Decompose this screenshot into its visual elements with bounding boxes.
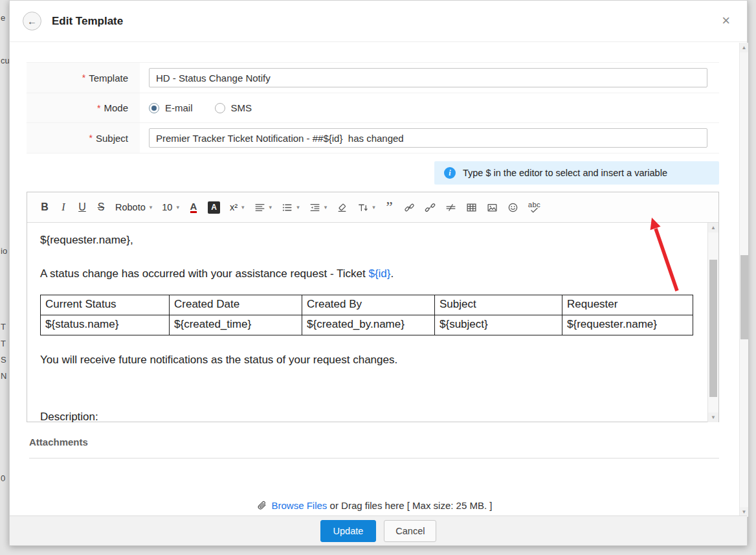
update-button[interactable]: Update — [320, 520, 377, 542]
highlight-color-icon: A — [208, 201, 220, 214]
font-family-select[interactable]: Roboto ▾ — [113, 198, 155, 217]
quote-icon: ” — [386, 204, 393, 210]
subject-row: * Subject — [27, 123, 719, 153]
superscript-button[interactable]: x² ▾ — [227, 198, 247, 217]
chevron-down-icon: ▾ — [296, 204, 300, 210]
drag-files-text: or Drag files here [ Max size: 25 MB. ] — [330, 500, 493, 511]
subject-value-cell — [140, 123, 719, 153]
required-marker: * — [97, 103, 100, 113]
eraser-icon — [337, 202, 348, 213]
table-icon — [466, 202, 477, 213]
hint-text: Type $ in the editor to select and inser… — [463, 168, 667, 178]
align-button[interactable]: ▾ — [252, 198, 275, 217]
link-button[interactable] — [401, 198, 417, 217]
radio-selected-icon[interactable] — [149, 103, 159, 113]
subject-input[interactable] — [149, 128, 707, 148]
font-color-button[interactable]: A — [186, 198, 201, 217]
scroll-down-icon[interactable]: ▼ — [708, 413, 718, 422]
mode-sms-label: SMS — [231, 102, 252, 113]
horizontal-rule-button[interactable] — [443, 198, 459, 217]
required-marker: * — [82, 73, 85, 83]
description-label: Description: — [40, 409, 694, 422]
font-size-select[interactable]: 10 ▾ — [159, 198, 182, 217]
chevron-down-icon: ▾ — [241, 204, 245, 210]
required-marker: * — [89, 133, 93, 143]
editor-content[interactable]: ${requester.name}, A status change has o… — [27, 223, 708, 422]
table-header-cell: Created By — [302, 295, 435, 315]
indent-button[interactable]: ▾ — [307, 198, 330, 217]
strikethrough-button[interactable]: S — [94, 198, 108, 217]
close-icon[interactable]: × — [722, 12, 730, 29]
font-size-value: 10 — [162, 202, 172, 212]
bg-fragment: e — [1, 13, 5, 23]
modal-scrollbar[interactable]: ▲ ▼ — [739, 43, 748, 517]
list-button[interactable]: ▾ — [279, 198, 302, 217]
template-form: * Template * Mode E-mail — [27, 62, 719, 153]
info-icon: i — [444, 167, 456, 179]
unlink-icon — [425, 202, 436, 213]
mode-option-email[interactable]: E-mail — [149, 102, 193, 113]
editor-toolbar: B I U S Roboto ▾ 10 ▾ A A — [27, 192, 718, 223]
image-icon — [487, 202, 498, 213]
browse-files-link[interactable]: Browse Files — [272, 500, 328, 511]
template-name-input[interactable] — [149, 68, 707, 87]
paperclip-icon — [257, 501, 267, 511]
unlink-button[interactable] — [422, 198, 438, 217]
bg-fragment: cu — [1, 56, 10, 65]
table-header-cell: Created Date — [170, 295, 302, 315]
bg-fragment: T — [1, 339, 6, 348]
back-button[interactable]: ← — [23, 12, 41, 30]
font-color-icon: A — [190, 201, 197, 213]
modal-header: ← Edit Template × — [10, 1, 747, 42]
chevron-down-icon: ▾ — [176, 204, 179, 210]
check-icon — [531, 208, 538, 213]
emoji-icon — [507, 202, 518, 213]
mode-email-label: E-mail — [165, 102, 193, 113]
horizontal-rule-icon — [445, 202, 456, 213]
scroll-up-icon[interactable]: ▲ — [708, 223, 718, 232]
blockquote-button[interactable]: ” — [383, 198, 397, 217]
line-height-icon — [357, 202, 368, 213]
emoji-button[interactable] — [505, 198, 521, 217]
superscript-icon: x² — [230, 202, 238, 212]
font-family-value: Roboto — [115, 202, 146, 212]
bg-fragment: N — [1, 371, 6, 381]
scroll-up-icon[interactable]: ▲ — [740, 43, 748, 52]
body-text: A status change has occurred with your a… — [40, 267, 368, 280]
cancel-button[interactable]: Cancel — [384, 520, 436, 542]
clear-format-button[interactable] — [334, 198, 350, 217]
back-arrow-icon: ← — [27, 16, 37, 27]
table-button[interactable] — [463, 198, 480, 217]
template-row: * Template — [27, 63, 719, 93]
mode-label: * Mode — [27, 93, 140, 122]
highlight-color-button[interactable]: A — [205, 198, 223, 217]
bold-button[interactable]: B — [38, 198, 52, 217]
italic-button[interactable]: I — [56, 198, 71, 217]
line-height-button[interactable]: ▾ — [355, 198, 378, 217]
modal-scrollbar-thumb[interactable] — [740, 255, 748, 339]
editor-scrollbar[interactable]: ▲ ▼ — [707, 223, 718, 422]
indent-icon — [309, 202, 320, 213]
attachments-label: Attachments — [29, 436, 88, 447]
attachments-dropzone[interactable]: Browse Files or Drag files here [ Max si… — [10, 500, 739, 511]
body-text-end: . — [390, 267, 394, 280]
modal-footer: Update Cancel — [10, 515, 747, 545]
chevron-down-icon: ▾ — [324, 204, 328, 210]
image-button[interactable] — [484, 198, 500, 217]
table-cell: ${status.name} — [41, 315, 170, 335]
template-label: * Template — [27, 63, 140, 93]
underline-button[interactable]: U — [75, 198, 89, 217]
table-header-cell: Subject — [435, 295, 562, 315]
table-cell: ${created_by.name} — [302, 315, 435, 335]
mode-radio-group: E-mail SMS — [149, 102, 252, 113]
bg-fragment: T — [1, 322, 6, 332]
spellcheck-text: abc — [528, 201, 540, 208]
modal-body: * Template * Mode E-mail — [10, 43, 739, 517]
link-icon — [404, 202, 415, 213]
mode-option-sms[interactable]: SMS — [215, 102, 252, 113]
mode-label-text: Mode — [104, 102, 128, 113]
radio-unselected-icon[interactable] — [215, 103, 225, 113]
subject-label: * Subject — [27, 123, 140, 153]
editor-scrollbar-thumb[interactable] — [709, 260, 717, 397]
spellcheck-button[interactable]: abc — [526, 198, 543, 217]
